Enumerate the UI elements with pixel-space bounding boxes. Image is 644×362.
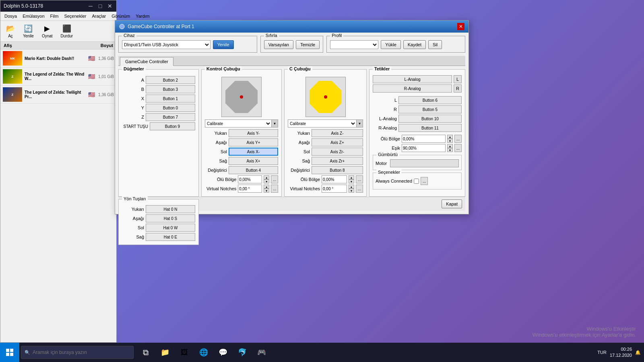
yukle-button[interactable]: Yükle [381, 40, 401, 49]
taskbar-file-explorer[interactable]: 📁 [156, 343, 174, 361]
stick-deadzone-ellipsis[interactable]: ... [271, 175, 278, 183]
taskbar-app2[interactable]: 🎮 [253, 343, 270, 361]
taskbar-discord[interactable]: 💬 [214, 343, 232, 361]
trigger-lanalog-btn-input[interactable]: Button 10 [398, 115, 462, 123]
yon-input-asagi[interactable]: Hat 0 S [146, 214, 195, 222]
cstick-virtual-input[interactable]: 0,00 ° [322, 185, 347, 193]
cstick-deadzone-input[interactable]: 0,00% [322, 175, 347, 183]
stick-axis-input-degistirici[interactable]: Button 4 [229, 166, 278, 174]
trigger-l-input[interactable]: Button 6 [398, 96, 462, 104]
toolbar-ac[interactable]: 📂 Aç [3, 23, 18, 40]
cstick-calibrate-arrow[interactable]: ▼ [357, 119, 363, 128]
taskbar-search[interactable]: 🔍 [21, 346, 134, 359]
cstick-virtual-spinner[interactable]: ▲ ▼ [349, 185, 354, 193]
menu-emulasyon[interactable]: Emülasyon [20, 12, 47, 20]
tab-gamecube-controller[interactable]: GameCube Controller [120, 57, 173, 66]
taskbar-app1[interactable]: 🐬 [233, 343, 251, 361]
stick-calibrate-arrow[interactable]: ▼ [272, 119, 278, 128]
maximize-button[interactable]: □ [97, 3, 103, 9]
stick-deadzone-up[interactable]: ▲ [264, 175, 269, 179]
cstick-deadzone-down[interactable]: ▼ [349, 179, 354, 183]
trigger-deadzone-up[interactable]: ▲ [447, 135, 453, 139]
motor-input[interactable] [390, 159, 459, 167]
stick-axis-input-sol[interactable]: Axis X- [229, 148, 278, 156]
trigger-deadzone-ellipsis[interactable]: ... [454, 135, 462, 143]
stick-virtual-input[interactable]: 0,00 ° [238, 185, 262, 193]
cstick-calibrate-select[interactable]: Calibrate [288, 119, 357, 128]
stick-axis-input-yukari[interactable]: Axis Y- [229, 129, 278, 137]
cstick-deadzone-up[interactable]: ▲ [349, 175, 354, 179]
minimize-button[interactable]: ─ [87, 3, 94, 9]
stick-deadzone-spinner[interactable]: ▲ ▼ [264, 175, 269, 183]
cstick-axis-input-yukari[interactable]: Axis Z- [312, 129, 363, 137]
trigger-esik-ellipsis[interactable]: ... [454, 144, 462, 152]
menu-film[interactable]: Film [48, 12, 61, 20]
trigger-esik-down[interactable]: ▼ [447, 148, 453, 152]
yon-input-sol[interactable]: Hat 0 W [146, 224, 195, 232]
btn-input-start[interactable]: Button 9 [150, 122, 195, 130]
toolbar-oynat[interactable]: ▶ Oynat [39, 23, 56, 40]
cstick-deadzone-ellipsis[interactable]: ... [356, 175, 363, 183]
stick-virtual-spinner[interactable]: ▲ ▼ [264, 185, 269, 193]
cstick-virtual-down[interactable]: ▼ [349, 189, 354, 193]
kapat-button[interactable]: Kapat [442, 200, 462, 208]
stick-deadzone-input[interactable]: 0,00% [238, 175, 262, 183]
menu-goruntum[interactable]: Görünüm [109, 12, 132, 20]
toolbar-durdur[interactable]: ⬛ Durdur [58, 23, 76, 40]
profil-select[interactable] [330, 40, 378, 49]
cstick-axis-input-asagi[interactable]: Axis Z+ [312, 138, 363, 146]
kaydet-button[interactable]: Kaydet [403, 40, 426, 49]
start-button[interactable] [0, 343, 19, 362]
cstick-virtual-ellipsis[interactable]: ... [356, 185, 363, 193]
temizle-button[interactable]: Temizle [296, 40, 320, 49]
cstick-axis-input-sag[interactable]: Axis Zr+ [312, 157, 363, 165]
trigger-deadzone-spinner[interactable]: ▲ ▼ [447, 135, 453, 143]
toolbar-yenile[interactable]: 🔄 Yenile [20, 23, 37, 40]
yon-input-yukari[interactable]: Hat 0 N [146, 205, 195, 213]
gc-dialog-close-button[interactable]: ✕ [457, 23, 464, 30]
cstick-virtual-up[interactable]: ▲ [349, 185, 354, 189]
search-input[interactable] [33, 350, 121, 355]
menu-dosya[interactable]: Dosya [2, 12, 19, 20]
btn-input-x[interactable]: Button 1 [146, 95, 195, 103]
trigger-deadzone-down[interactable]: ▼ [447, 139, 453, 143]
stick-axis-input-asagi[interactable]: Axis Y+ [229, 138, 278, 146]
taskbar-task-view[interactable]: ⧉ [137, 343, 155, 361]
stick-axis-input-sag[interactable]: Axis X+ [229, 157, 278, 165]
always-connected-checkbox[interactable] [414, 179, 419, 184]
trigger-esik-input[interactable]: 90,00% [402, 144, 446, 152]
trigger-esik-spinner[interactable]: ▲ ▼ [447, 144, 453, 152]
stick-virtual-down[interactable]: ▼ [264, 189, 269, 193]
game-item-zelda2[interactable]: Z The Legend of Zelda: Twilight Pr... 🇺🇸… [0, 86, 116, 104]
close-window-button[interactable]: ✕ [107, 3, 113, 9]
notification-icon[interactable]: 🔔 [635, 350, 641, 355]
stick-virtual-up[interactable]: ▲ [264, 185, 269, 189]
trigger-r-input[interactable]: Button 5 [398, 105, 462, 113]
trigger-esik-up[interactable]: ▲ [447, 144, 453, 148]
stick-virtual-ellipsis[interactable]: ... [271, 185, 278, 193]
taskbar-chrome[interactable]: 🌐 [195, 343, 213, 361]
cstick-axis-input-degistirici[interactable]: Button 8 [312, 166, 363, 174]
device-refresh-button[interactable]: Yenile [213, 40, 234, 49]
stick-calibrate-select[interactable]: Calibrate [205, 119, 272, 128]
stick-deadzone-down[interactable]: ▼ [264, 179, 269, 183]
trigger-ranalog-input[interactable]: R-Analog [373, 84, 452, 93]
menu-secenekler[interactable]: Seçenekler [62, 12, 89, 20]
btn-input-b[interactable]: Button 3 [146, 85, 195, 93]
yon-input-sag[interactable]: Hat 0 E [146, 233, 195, 241]
always-connected-ellipsis[interactable]: ... [421, 177, 428, 185]
device-select[interactable]: DInput/1/Twin USB Joystick [122, 40, 211, 49]
trigger-lanalog-input[interactable]: L-Analog [373, 75, 452, 83]
menu-araclar[interactable]: Araçlar [89, 12, 108, 20]
game-item-zelda1[interactable]: Z The Legend of Zelda: The Wind W... 🇺🇸 … [0, 68, 116, 86]
game-item-mario[interactable]: MK Mario Kart: Double Dash!! 🇺🇸 1,36 GiB [0, 49, 116, 68]
btn-input-z[interactable]: Button 7 [146, 113, 195, 121]
menu-yardim[interactable]: Yardım [133, 12, 152, 20]
cstick-axis-input-sol[interactable]: Axis Zr- [312, 148, 363, 156]
trigger-deadzone-input[interactable]: 0,00% [402, 135, 446, 143]
cstick-deadzone-spinner[interactable]: ▲ ▼ [349, 175, 354, 183]
varsayilan-button[interactable]: Varsayılan [264, 40, 293, 49]
trigger-ranalog-btn-input[interactable]: Button 11 [398, 124, 462, 132]
btn-input-y[interactable]: Button 0 [146, 104, 195, 112]
sil-button[interactable]: Sil [428, 40, 442, 49]
